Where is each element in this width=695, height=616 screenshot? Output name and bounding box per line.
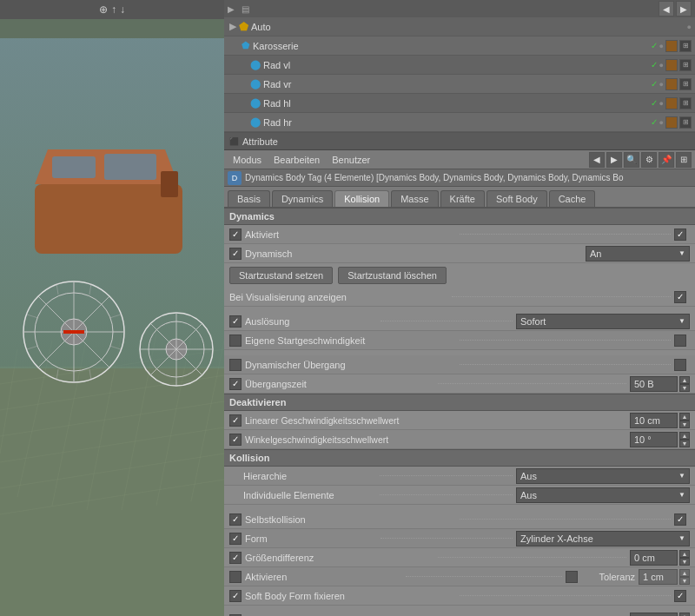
list-item[interactable]: ⬤ Rad hl ✓ ● ⊞	[224, 94, 695, 113]
prop-hierarchie: Hierarchie Aus ▼	[224, 467, 695, 486]
uebergangszeit-checkbox[interactable]	[229, 378, 242, 390]
groessenifferenz-checkbox[interactable]	[229, 552, 242, 564]
individuelle-value: Aus	[520, 490, 537, 500]
rad-hl-icons: ✓ ● ⊞	[651, 97, 692, 109]
startgeschwindigkeit-val-cb[interactable]	[674, 334, 686, 347]
right-panel: ▶ ▤ ◀ ▶ ▶ ⬟ Auto ● ⬟ Karosserie ✓ ● ⊞	[224, 0, 695, 616]
dynamisch-value: An	[590, 248, 601, 259]
selbstkollision-val-cb[interactable]	[674, 513, 686, 526]
attr-settings-btn[interactable]: ⚙	[641, 152, 657, 168]
dynamisch-dropdown[interactable]: An ▼	[586, 246, 690, 262]
list-item[interactable]: ⬤ Rad hr ✓ ● ⊞	[224, 113, 695, 132]
list-item[interactable]: ⬤ Rad vr ✓ ● ⊞	[224, 75, 695, 94]
lin-geschw-down-btn[interactable]: ▼	[679, 421, 690, 428]
lin-geschw-checkbox[interactable]	[229, 414, 242, 427]
tab-masse[interactable]: Masse	[391, 190, 438, 207]
nav-fwd-btn[interactable]: ▶	[676, 1, 692, 17]
svg-rect-38	[63, 330, 84, 334]
aktivieren-val-cb[interactable]	[566, 571, 578, 583]
dyn-uebergang-label: Dynamischer Übergang	[245, 360, 456, 370]
menu-bearbeiten[interactable]: Bearbeiten	[268, 154, 325, 166]
viewport-down-icon: ↓	[120, 3, 125, 16]
form-dropdown[interactable]: Zylinder X-Achse ▼	[516, 531, 690, 546]
content-area[interactable]: Dynamics Aktiviert Dynamisch An ▼ Startz…	[224, 208, 695, 616]
uebergangszeit-input[interactable]: 50 B	[630, 376, 678, 392]
rad-hr-icon: ⬤	[250, 116, 261, 128]
groessenifferenz-up-btn[interactable]: ▲	[679, 550, 690, 558]
aktivieren-checkbox[interactable]	[229, 571, 242, 583]
lin-geschw-up-btn[interactable]: ▲	[679, 413, 690, 421]
softbody-form-val-cb[interactable]	[674, 590, 686, 602]
list-item[interactable]: ▶ ⬟ Auto ●	[224, 17, 695, 36]
individuelle-dropdown[interactable]: Aus ▼	[516, 487, 690, 503]
rad-hr-icons: ✓ ● ⊞	[651, 116, 692, 129]
uebergangszeit-label: Übergangszeit	[245, 379, 434, 389]
visualisierung-checkbox[interactable]	[674, 291, 686, 303]
form-checkbox[interactable]	[229, 533, 242, 545]
attr-pin-btn[interactable]: 📌	[659, 152, 674, 168]
toleranz-input[interactable]: 1 cm	[639, 569, 678, 585]
prop-win-geschw: Winkelgeschwindigkeitsschwellwert 10 ° ▲…	[224, 430, 695, 449]
tab-softbody[interactable]: Soft Body	[486, 190, 547, 207]
attr-title: Attribute	[242, 136, 278, 147]
tab-cache[interactable]: Cache	[549, 190, 596, 207]
startzustand-setzen-btn[interactable]: Startzustand setzen	[229, 267, 333, 284]
uebergangszeit-up-btn[interactable]: ▲	[679, 376, 690, 384]
viewport-scene	[0, 19, 224, 616]
tab-dynamics[interactable]: Dynamics	[272, 190, 333, 207]
svg-rect-17	[52, 156, 96, 178]
nav-back-btn[interactable]: ◀	[659, 1, 674, 17]
tab-kollision[interactable]: Kollision	[334, 190, 389, 207]
menu-modus[interactable]: Modus	[228, 154, 267, 166]
object-list-toolbar[interactable]: ▶ ▤ ◀ ▶	[224, 0, 695, 17]
prop-softbody-form: Soft Body Form fixieren	[224, 586, 695, 606]
aktiviert-checkbox[interactable]	[229, 229, 242, 241]
lin-geschw-input[interactable]: 10 cm	[630, 413, 678, 428]
menu-benutzer[interactable]: Benutzer	[327, 154, 375, 166]
groessenifferenz-input[interactable]: 0 cm	[630, 550, 678, 566]
ausloesung-dropdown[interactable]: Sofort ▼	[516, 314, 690, 329]
softbody-form-checkbox[interactable]	[229, 590, 242, 602]
list-item[interactable]: ⬤ Rad vl ✓ ● ⊞	[224, 56, 695, 75]
prop-individuelle: Individuelle Elemente Aus ▼	[224, 486, 695, 505]
ausloesung-label: Auslösung	[245, 316, 377, 327]
elastizitaet-input[interactable]: 10 %	[630, 613, 678, 617]
attr-menubar[interactable]: Modus Bearbeiten Benutzer ◀ ▶ 🔍 ⚙ 📌 ⊞	[224, 150, 695, 169]
viewport: ⊕ ↑ ↓	[0, 0, 224, 616]
list-item[interactable]: ⬟ Karosserie ✓ ● ⊞	[224, 36, 695, 56]
tabs-bar[interactable]: Basis Dynamics Kollision Masse Kräfte So…	[224, 187, 695, 208]
lin-geschw-label: Linearer Geschwindigkeitsschwellwert	[245, 415, 626, 426]
ausloesung-checkbox[interactable]	[229, 315, 242, 328]
rad-vl-label: Rad vl	[263, 60, 651, 70]
tab-basis[interactable]: Basis	[228, 190, 270, 207]
form-label: Form	[245, 533, 377, 544]
groessenifferenz-down-btn[interactable]: ▼	[679, 558, 690, 566]
attr-expand-btn[interactable]: ⊞	[676, 152, 692, 168]
elastizitaet-up-btn[interactable]: ▲	[679, 613, 690, 617]
hierarchie-dropdown[interactable]: Aus ▼	[516, 468, 690, 484]
dyn-uebergang-checkbox[interactable]	[229, 359, 242, 371]
startzustand-loeschen-btn[interactable]: Startzustand löschen	[338, 267, 447, 284]
win-geschw-down-btn[interactable]: ▼	[679, 440, 690, 447]
toleranz-down-btn[interactable]: ▼	[679, 577, 690, 585]
startgeschwindigkeit-checkbox[interactable]	[229, 334, 242, 347]
dyn-uebergang-val-cb[interactable]	[674, 359, 686, 371]
attr-fwd-btn[interactable]: ▶	[606, 152, 622, 168]
toleranz-up-btn[interactable]: ▲	[679, 569, 690, 577]
win-geschw-up-btn[interactable]: ▲	[679, 432, 690, 440]
tab-kraefte[interactable]: Kräfte	[440, 190, 485, 207]
uebergangszeit-down-btn[interactable]: ▼	[679, 384, 690, 392]
svg-rect-0	[0, 367, 224, 616]
auto-icon: ⬟	[239, 20, 248, 33]
win-geschw-checkbox[interactable]	[229, 434, 242, 446]
attr-back-btn[interactable]: ◀	[589, 152, 605, 168]
attr-search-btn[interactable]: 🔍	[624, 152, 639, 168]
rad-hl-label: Rad hl	[263, 98, 651, 109]
section-kollision: Kollision	[224, 449, 695, 467]
win-geschw-input[interactable]: 10 °	[630, 432, 678, 447]
aktiviert-value-checkbox[interactable]	[674, 229, 686, 241]
selbstkollision-checkbox[interactable]	[229, 513, 242, 526]
svg-rect-18	[161, 171, 178, 197]
dynamisch-checkbox[interactable]	[229, 248, 242, 260]
viewport-toolbar[interactable]: ⊕ ↑ ↓	[0, 0, 224, 19]
